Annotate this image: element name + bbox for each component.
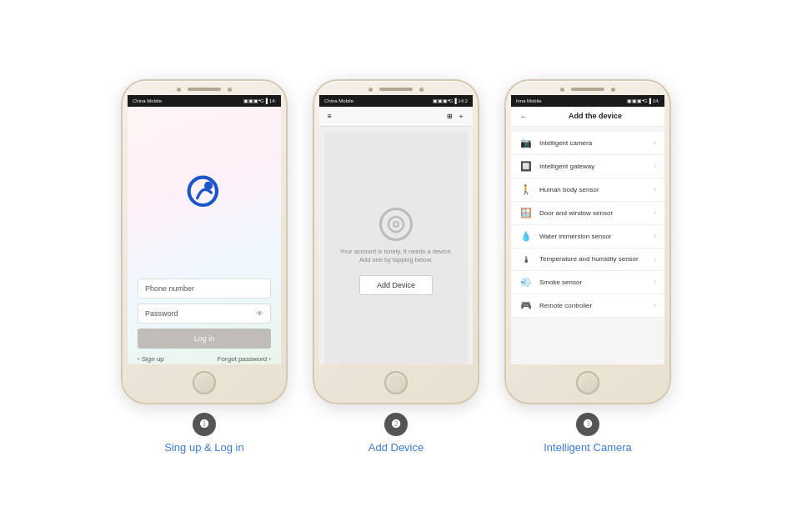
menu-icon[interactable]: ≡: [328, 113, 332, 120]
list-item[interactable]: 💨 Smoke sensor ›: [511, 271, 664, 294]
home-button-3[interactable]: [576, 371, 599, 394]
caption-2: ❷ Add Device: [313, 413, 479, 454]
phone2: China Mobile ▣▣▣⁴G▐ 14:2 ≡ ⊞ ＋: [313, 79, 479, 404]
forgot-link[interactable]: Forgot password ›: [218, 355, 271, 363]
temp-sensor-icon: 🌡: [519, 254, 533, 264]
speaker-3: [571, 88, 604, 91]
phone3-wrapper: hina Mobile ▣▣▣⁴G▐ 14: ← Add the device …: [504, 79, 671, 404]
login-links: ‹ Sign up Forgot password ›: [138, 355, 271, 363]
phone2-bottom: [314, 364, 478, 403]
list-item[interactable]: 🎮 Remote controller ›: [511, 294, 664, 318]
list-item[interactable]: 🔲 Intelligent gateway ›: [511, 155, 664, 178]
caption-label-1: Sing up & Log in: [164, 441, 243, 454]
device-list-title: Add the device: [534, 112, 656, 120]
phone2-wrapper: China Mobile ▣▣▣⁴G▐ 14:2 ≡ ⊞ ＋: [313, 79, 479, 404]
step-circle-3: ❸: [576, 413, 599, 436]
status-bar-1: China Mobile ▣▣▣⁴G▐ 14:: [128, 95, 281, 107]
device-name-1: Intelligent gateway: [539, 163, 647, 170]
list-item[interactable]: 🚶 Human body sensor ›: [511, 178, 664, 202]
phone3: hina Mobile ▣▣▣⁴G▐ 14: ← Add the device …: [504, 79, 671, 404]
front-camera-dot-3: [560, 88, 564, 92]
phone2-screen: China Mobile ▣▣▣⁴G▐ 14:2 ≡ ⊞ ＋: [319, 95, 473, 364]
back-arrow-icon[interactable]: ←: [519, 112, 528, 121]
speaker: [188, 88, 221, 91]
carrier-3: hina Mobile: [516, 98, 542, 103]
eye-icon[interactable]: 👁: [256, 309, 263, 318]
water-sensor-icon: 💧: [519, 231, 533, 242]
forgot-label: Forgot password: [218, 355, 268, 363]
device-name-5: Temperature and humidity sensor: [539, 255, 647, 263]
phone1-bottom: [123, 364, 286, 403]
list-item[interactable]: 💧 Water immersion sensor ›: [511, 225, 664, 248]
phone-input[interactable]: Phone number: [138, 279, 271, 299]
home-button-1[interactable]: [193, 371, 216, 394]
caption-label-3: Intelligent Camera: [544, 441, 632, 454]
phone1-wrapper: China Mobile ▣▣▣⁴G▐ 14: Phone number: [121, 79, 288, 404]
status-icons-2: ▣▣▣⁴G▐ 14:2: [433, 98, 468, 103]
device-name-6: Smoke sensor: [539, 279, 647, 286]
svg-point-3: [393, 222, 399, 227]
phone1-screen: China Mobile ▣▣▣⁴G▐ 14: Phone number: [128, 95, 281, 364]
remote-icon: 🎮: [519, 300, 533, 311]
caption-1: ❶ Sing up & Log in: [121, 413, 288, 454]
phone1-top: [123, 81, 286, 95]
status-icons-1: ▣▣▣⁴G▐ 14:: [243, 98, 276, 103]
device-name-7: Remote controller: [539, 302, 647, 309]
sensor-dot-3: [611, 88, 615, 92]
toolbar-2: ≡ ⊞ ＋: [319, 107, 473, 127]
front-camera-dot: [177, 88, 181, 92]
carrier-2: China Mobile: [324, 98, 353, 103]
password-input[interactable]: Password 👁: [138, 304, 271, 324]
status-bar-2: China Mobile ▣▣▣⁴G▐ 14:2: [319, 95, 473, 107]
login-screen: Phone number Password 👁 Log in ‹ Sign up: [128, 107, 281, 364]
chevron-right-4: ›: [654, 232, 656, 240]
chevron-right-2: ›: [654, 185, 656, 193]
list-item[interactable]: 🌡 Temperature and humidity sensor ›: [511, 248, 664, 271]
status-bar-3: hina Mobile ▣▣▣⁴G▐ 14:: [511, 95, 664, 107]
chevron-right-0: ›: [654, 138, 656, 147]
add-device-screen: ≡ ⊞ ＋ Your account is lonely. It needs: [319, 107, 473, 364]
login-button[interactable]: Log in: [138, 329, 271, 349]
front-camera-dot-2: [368, 88, 373, 92]
carrier-1: China Mobile: [133, 98, 162, 103]
caption-3: ❸ Intelligent Camera: [504, 413, 671, 454]
device-list-header: ← Add the device: [511, 107, 664, 127]
signup-link[interactable]: ‹ Sign up: [138, 355, 164, 363]
list-item[interactable]: 🪟 Door and window sensor ›: [511, 202, 664, 225]
add-icon[interactable]: ＋: [458, 112, 464, 121]
caption-label-2: Add Device: [368, 441, 424, 454]
body-sensor-icon: 🚶: [519, 184, 533, 195]
device-name-3: Door and window sensor: [539, 209, 647, 217]
phone3-bottom: [506, 364, 669, 403]
empty-text: Your account is lonely. It needs a devic…: [339, 248, 452, 265]
home-button-2[interactable]: [384, 371, 408, 394]
camera-icon: 📷: [519, 138, 533, 148]
chevron-right-icon: ›: [268, 355, 271, 363]
smoke-sensor-icon: 💨: [519, 277, 533, 288]
chevron-right-3: ›: [654, 208, 656, 217]
phones-container: China Mobile ▣▣▣⁴G▐ 14: Phone number: [121, 79, 671, 404]
phone1: China Mobile ▣▣▣⁴G▐ 14: Phone number: [121, 79, 288, 404]
empty-device-area: Your account is lonely. It needs a devic…: [324, 132, 468, 364]
device-list: 📷 Intelligent camera › 🔲 Intelligent gat…: [511, 132, 664, 318]
login-form: Phone number Password 👁 Log in ‹ Sign up: [128, 279, 281, 364]
phone3-screen: hina Mobile ▣▣▣⁴G▐ 14: ← Add the device …: [511, 95, 664, 364]
speaker-2: [379, 88, 413, 91]
grid-icon[interactable]: ⊞: [447, 113, 453, 120]
phone3-top: [506, 81, 669, 95]
list-item[interactable]: 📷 Intelligent camera ›: [511, 132, 664, 155]
chevron-right-1: ›: [654, 162, 656, 170]
step-circle-2: ❷: [384, 413, 408, 436]
captions-row: ❶ Sing up & Log in ❷ Add Device ❸ Intell…: [121, 413, 671, 454]
add-device-button[interactable]: Add Device: [359, 275, 433, 295]
empty-device-icon: [379, 208, 413, 241]
phone-placeholder: Phone number: [145, 284, 194, 293]
app-logo-icon: [183, 172, 225, 213]
password-placeholder: Password: [145, 309, 178, 318]
step-circle-1: ❶: [193, 413, 216, 436]
chevron-left-icon: ‹: [138, 355, 140, 363]
sensor-dot: [228, 88, 232, 92]
status-icons-3: ▣▣▣⁴G▐ 14:: [627, 98, 659, 103]
app-logo-area: [128, 107, 281, 279]
chevron-right-5: ›: [654, 255, 656, 263]
